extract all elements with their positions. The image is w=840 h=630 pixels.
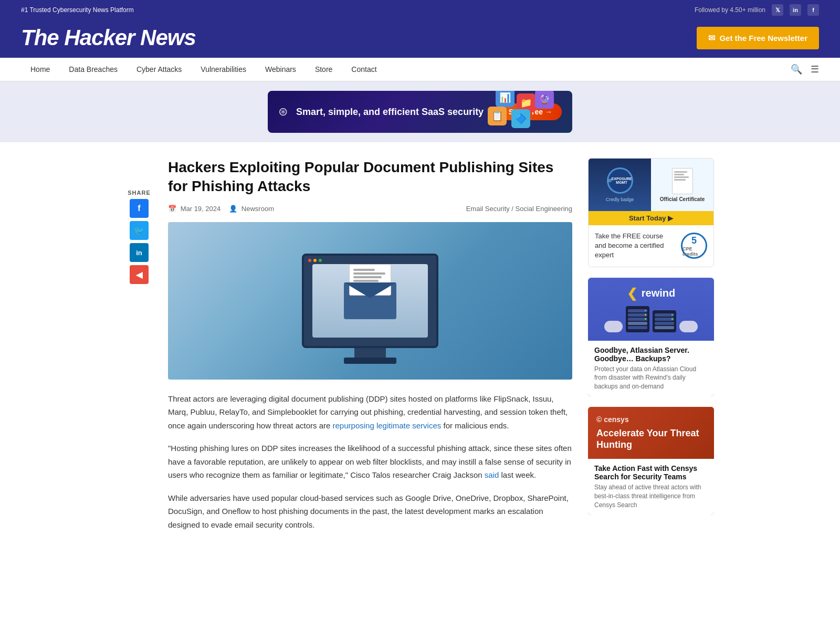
newsletter-button[interactable]: ✉ Get the Free Newsletter [697, 27, 819, 49]
credly-logo: ◎ [608, 178, 612, 183]
article-category: Email Security / Social Engineering [466, 205, 572, 213]
official-cert-label: Official Certificate [660, 196, 705, 202]
sidebar-ad-censys[interactable]: © censys Accelerate Your Threat Hunting … [588, 407, 714, 515]
censys-title: Take Action Fast with Censys Search for … [594, 464, 708, 481]
share-facebook-button[interactable]: f [130, 199, 149, 218]
credly-label: Credly badge [606, 197, 634, 202]
server-row-2-1 [655, 313, 674, 317]
sidebar-ad-certification[interactable]: ◎ EXPOSUREMGMT Credly badge Official Cer… [588, 158, 714, 267]
server-row-1 [628, 309, 647, 312]
nav-store[interactable]: Store [306, 58, 342, 81]
server-unit-1 [626, 306, 649, 332]
article-date: 📅 Mar 19, 2024 [168, 205, 220, 213]
server-row-2-3 [655, 322, 674, 325]
server-row-3 [628, 318, 647, 321]
rewind-chevron-icon: ❮ [627, 286, 637, 301]
trusted-label: #1 Trusted Cybersecurity News Platform [21, 6, 134, 14]
nav-contact[interactable]: Contact [342, 58, 386, 81]
repurposing-link[interactable]: repurposing legitimate services [333, 421, 442, 430]
censys-top: © censys Accelerate Your Threat Hunting [588, 407, 714, 459]
header: The Hacker News ✉ Get the Free Newslette… [0, 20, 840, 58]
facebook-icon[interactable]: f [807, 4, 819, 16]
nav-webinars[interactable]: Webinars [256, 58, 306, 81]
censys-headline: Accelerate Your Threat Hunting [596, 428, 706, 450]
share-twitter-button[interactable]: 🐦 [130, 221, 149, 240]
nav-cyber-attacks[interactable]: Cyber Attacks [127, 58, 191, 81]
calendar-icon: 📅 [168, 205, 176, 213]
followed-label: Followed by 4.50+ million [695, 6, 765, 14]
rewind-img: ❮ rewind [588, 278, 714, 341]
certif-right: Official Certificate [651, 159, 713, 211]
led-orange-1 [645, 314, 646, 316]
email-icon: ✉ [708, 33, 715, 43]
sidebar-ad-rewind[interactable]: ❮ rewind [588, 278, 714, 396]
certif-desc: Take the FREE course and become a certif… [595, 232, 676, 260]
monitor-screen [312, 264, 428, 338]
share-bar: SHARE f 🐦 in ◀ [126, 158, 152, 541]
banner-text: Smart, simple, and efficient SaaS securi… [296, 107, 491, 118]
certif-start-today: Start Today ▶ [589, 211, 713, 225]
nav-links: Home Data Breaches Cyber Attacks Vulnera… [21, 58, 386, 81]
article-title: Hackers Exploiting Popular Document Publ… [168, 158, 572, 196]
banner-decorations: 📊 📁 📋 🔷 🔮 [483, 91, 567, 133]
dec-4: 🔷 [511, 109, 530, 128]
article-body: Threat actors are leveraging digital doc… [168, 392, 572, 532]
cloud-right [679, 321, 698, 332]
credly-badge: ◎ EXPOSUREMGMT [607, 167, 633, 194]
share-other-button[interactable]: ◀ [130, 265, 149, 284]
banner-area: ⊛ Smart, simple, and efficient SaaS secu… [0, 81, 840, 142]
article-hero-image [168, 222, 572, 380]
linkedin-icon[interactable]: in [790, 4, 801, 16]
censys-logo: © censys [596, 415, 706, 424]
article-paragraph-2: "Hosting phishing lures on DDP sites inc… [168, 442, 572, 482]
top-bar-right: Followed by 4.50+ million 𝕏 in f [695, 4, 819, 16]
envelope-illustration [344, 282, 396, 319]
screen-dots [308, 259, 322, 262]
rewind-logo: ❮ rewind [627, 286, 675, 301]
monitor-illustration [302, 254, 438, 348]
dec-5: 🔮 [535, 91, 554, 109]
main-nav: Home Data Breaches Cyber Attacks Vulnera… [0, 58, 840, 81]
sidebar: ◎ EXPOSUREMGMT Credly badge Official Cer… [588, 158, 714, 541]
site-logo[interactable]: The Hacker News [21, 25, 196, 50]
rewind-title: Goodbye, Atlassian Server. Goodbye… Back… [594, 346, 708, 363]
nav-vulnerabilities[interactable]: Vulnerabilities [191, 58, 256, 81]
certif-bottom: Take the FREE course and become a certif… [589, 225, 713, 267]
banner-icon: ⊛ [278, 105, 288, 119]
monitor-base [344, 358, 396, 364]
server-row-5 [628, 326, 647, 329]
dec-3: 📋 [488, 107, 507, 125]
share-linkedin-button[interactable]: in [130, 243, 149, 262]
dec-1: 📊 [496, 91, 514, 107]
banner-ad[interactable]: ⊛ Smart, simple, and efficient SaaS secu… [268, 91, 572, 133]
censys-bottom: Take Action Fast with Censys Search for … [588, 459, 714, 514]
search-button[interactable]: 🔍 [791, 64, 802, 75]
article-paragraph-1: Threat actors are leveraging digital doc… [168, 392, 572, 433]
article-author: 👤 Newsroom [229, 205, 274, 213]
server-row-2-2 [655, 318, 674, 321]
cert-document [672, 168, 693, 194]
nav-home[interactable]: Home [21, 58, 59, 81]
monitor-stand [354, 348, 386, 359]
server-row-2 [628, 313, 647, 317]
server-row-4 [628, 322, 647, 325]
menu-button[interactable]: ☰ [811, 64, 819, 75]
led-blue-2 [671, 314, 673, 316]
said-link[interactable]: said [485, 470, 499, 479]
article-meta-left: 📅 Mar 19, 2024 👤 Newsroom [168, 205, 274, 213]
article: Hackers Exploiting Popular Document Publ… [168, 158, 572, 541]
led-green-1 [645, 318, 646, 320]
share-label: SHARE [128, 190, 151, 196]
nav-data-breaches[interactable]: Data Breaches [59, 58, 127, 81]
rewind-text: Goodbye, Atlassian Server. Goodbye… Back… [588, 341, 714, 396]
rewind-desc: Protect your data on Atlassian Cloud fro… [594, 365, 708, 391]
led-green-2 [671, 318, 673, 320]
main-container: SHARE f 🐦 in ◀ Hackers Exploiting Popula… [105, 142, 735, 556]
cpe-badge: 5 CPE credits [681, 233, 707, 259]
twitter-icon[interactable]: 𝕏 [772, 4, 783, 16]
server-rack [604, 306, 698, 332]
author-icon: 👤 [229, 205, 237, 213]
server-unit-2 [653, 310, 676, 332]
exposure-mgmt-text: EXPOSUREMGMT [612, 177, 632, 184]
led-blue-1 [645, 310, 646, 311]
